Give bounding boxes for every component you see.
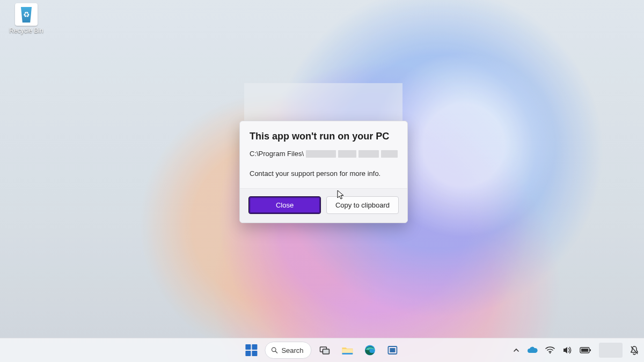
task-view-icon — [320, 345, 331, 355]
redacted-segment — [338, 150, 356, 158]
battery-icon[interactable] — [580, 347, 591, 353]
error-dialog: This app won't run on your PC C:\Program… — [239, 121, 408, 223]
svg-rect-3 — [323, 349, 330, 354]
dialog-message: Contact your support person for more inf… — [250, 169, 398, 178]
file-explorer-icon — [341, 345, 354, 356]
taskbar-search[interactable]: Search — [265, 342, 311, 359]
app-window-icon — [387, 345, 398, 356]
wifi-icon[interactable] — [545, 346, 555, 354]
close-button[interactable]: Close — [248, 196, 321, 214]
redacted-segment — [381, 150, 398, 158]
edge-icon — [364, 344, 376, 356]
recycle-bin-label: Recycle Bin — [8, 27, 45, 34]
notifications-icon[interactable] — [630, 345, 639, 355]
taskbar-pinned-app[interactable] — [384, 341, 402, 359]
start-button[interactable] — [242, 341, 260, 359]
onedrive-icon[interactable] — [527, 346, 538, 354]
background-window-blur — [244, 83, 402, 126]
dialog-path-prefix: C:\Program Files\ — [250, 150, 304, 158]
svg-rect-8 — [390, 348, 396, 352]
desktop-wallpaper[interactable]: Recycle Bin This app won't run on your P… — [0, 0, 644, 362]
taskbar-task-view[interactable] — [316, 341, 334, 359]
dialog-title: This app won't run on your PC — [250, 131, 398, 142]
search-icon — [270, 346, 278, 354]
svg-rect-5 — [342, 353, 353, 354]
redacted-segment — [306, 150, 336, 158]
svg-line-1 — [275, 351, 277, 353]
svg-rect-11 — [590, 349, 591, 351]
desktop-icon-recycle-bin[interactable]: Recycle Bin — [8, 3, 45, 34]
windows-logo-icon — [245, 344, 257, 356]
redacted-segment — [358, 150, 379, 158]
volume-icon[interactable] — [562, 346, 572, 354]
copy-to-clipboard-button[interactable]: Copy to clipboard — [326, 196, 399, 214]
taskbar-search-label: Search — [281, 346, 303, 354]
system-tray — [513, 343, 639, 358]
taskbar: Search — [0, 338, 644, 362]
dialog-path: C:\Program Files\ — [250, 150, 398, 158]
tray-overflow-icon[interactable] — [513, 347, 519, 353]
svg-point-9 — [550, 352, 551, 353]
taskbar-file-explorer[interactable] — [339, 341, 357, 359]
taskbar-clock-placeholder[interactable] — [599, 343, 623, 358]
recycle-bin-icon — [15, 3, 38, 26]
taskbar-edge[interactable] — [361, 341, 379, 359]
svg-rect-12 — [581, 349, 588, 352]
